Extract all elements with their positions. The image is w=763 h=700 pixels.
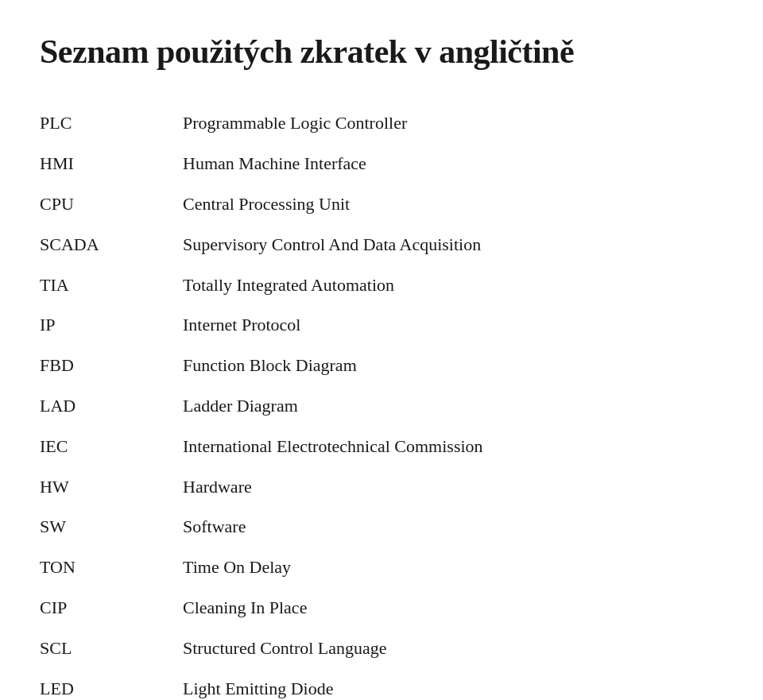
acronym-abbreviation: CPU bbox=[40, 184, 183, 225]
acronym-abbreviation: IP bbox=[40, 305, 183, 346]
acronym-abbreviation: HW bbox=[40, 467, 183, 508]
acronym-abbreviation: HMI bbox=[40, 144, 183, 184]
acronym-definition: Supervisory Control And Data Acquisition bbox=[183, 225, 723, 265]
acronym-row: TONTime On Delay bbox=[40, 547, 723, 588]
acronym-definition: Structured Control Language bbox=[183, 628, 723, 669]
acronym-abbreviation: SCL bbox=[40, 628, 183, 669]
acronym-definition: Central Processing Unit bbox=[183, 184, 723, 225]
acronym-row: HWHardware bbox=[40, 467, 723, 508]
page-title: Seznam použitých zkratek v angličtině bbox=[40, 32, 723, 72]
acronym-row: SWSoftware bbox=[40, 507, 723, 547]
acronym-row: IPInternet Protocol bbox=[40, 305, 723, 346]
acronym-row: CPUCentral Processing Unit bbox=[40, 184, 723, 225]
acronym-table: PLCProgrammable Logic ControllerHMIHuman… bbox=[40, 103, 723, 700]
acronym-definition: Totally Integrated Automation bbox=[183, 265, 723, 306]
acronym-definition: Human Machine Interface bbox=[183, 144, 723, 184]
acronym-definition: Programmable Logic Controller bbox=[183, 103, 723, 144]
acronym-abbreviation: FBD bbox=[40, 346, 183, 386]
acronym-definition: Internet Protocol bbox=[183, 305, 723, 346]
acronym-definition: Time On Delay bbox=[183, 547, 723, 588]
acronym-row: LEDLight Emitting Diode bbox=[40, 669, 723, 700]
acronym-abbreviation: PLC bbox=[40, 103, 183, 144]
acronym-row: IECInternational Electrotechnical Commis… bbox=[40, 427, 723, 467]
acronym-abbreviation: SCADA bbox=[40, 225, 183, 265]
acronym-abbreviation: LED bbox=[40, 669, 183, 700]
acronym-row: TIATotally Integrated Automation bbox=[40, 265, 723, 306]
acronym-definition: Light Emitting Diode bbox=[183, 669, 723, 700]
acronym-definition: Function Block Diagram bbox=[183, 346, 723, 386]
acronym-abbreviation: TIA bbox=[40, 265, 183, 306]
acronym-row: FBDFunction Block Diagram bbox=[40, 346, 723, 386]
acronym-row: HMIHuman Machine Interface bbox=[40, 144, 723, 184]
acronym-row: PLCProgrammable Logic Controller bbox=[40, 103, 723, 144]
acronym-definition: Cleaning In Place bbox=[183, 588, 723, 628]
acronym-row: LADLadder Diagram bbox=[40, 386, 723, 427]
acronym-abbreviation: TON bbox=[40, 547, 183, 588]
acronym-row: CIPCleaning In Place bbox=[40, 588, 723, 628]
acronym-abbreviation: LAD bbox=[40, 386, 183, 427]
acronym-row: SCLStructured Control Language bbox=[40, 628, 723, 669]
acronym-row: SCADASupervisory Control And Data Acquis… bbox=[40, 225, 723, 265]
acronym-abbreviation: CIP bbox=[40, 588, 183, 628]
acronym-abbreviation: IEC bbox=[40, 427, 183, 467]
acronym-abbreviation: SW bbox=[40, 507, 183, 547]
acronym-definition: International Electrotechnical Commissio… bbox=[183, 427, 723, 467]
acronym-definition: Ladder Diagram bbox=[183, 386, 723, 427]
acronym-definition: Hardware bbox=[183, 467, 723, 508]
acronym-definition: Software bbox=[183, 507, 723, 547]
